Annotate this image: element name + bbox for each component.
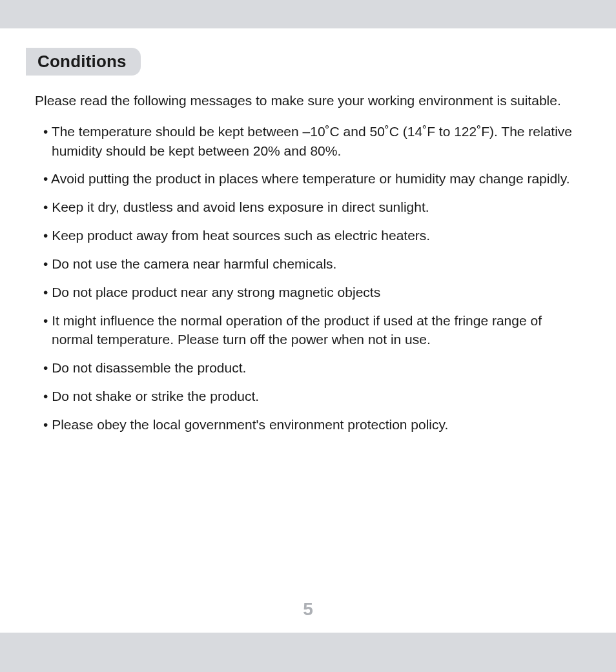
list-item: Keep it dry, dustless and avoid lens exp…: [35, 198, 581, 217]
list-item: The temperature should be kept between –…: [35, 122, 581, 161]
section-heading-pill: Conditions: [26, 48, 141, 76]
conditions-list: The temperature should be kept between –…: [35, 122, 581, 434]
list-item: Do not place product near any strong mag…: [35, 283, 581, 302]
top-margin-bar: [0, 0, 616, 28]
intro-paragraph: Please read the following messages to ma…: [35, 91, 581, 110]
bottom-margin-bar: [0, 633, 616, 672]
list-item: Avoid putting the product in places wher…: [35, 169, 581, 188]
list-item: Please obey the local government's envir…: [35, 415, 581, 434]
list-item: Do not disassemble the product.: [35, 358, 581, 378]
document-page: Conditions Please read the following mes…: [0, 28, 616, 633]
page-number: 5: [0, 599, 616, 620]
list-item: It might influence the normal operation …: [35, 311, 581, 350]
list-item: Do not shake or strike the product.: [35, 387, 581, 406]
list-item: Do not use the camera near harmful chemi…: [35, 254, 581, 274]
list-item: Keep product away from heat sources such…: [35, 226, 581, 245]
section-heading: Conditions: [37, 52, 127, 71]
